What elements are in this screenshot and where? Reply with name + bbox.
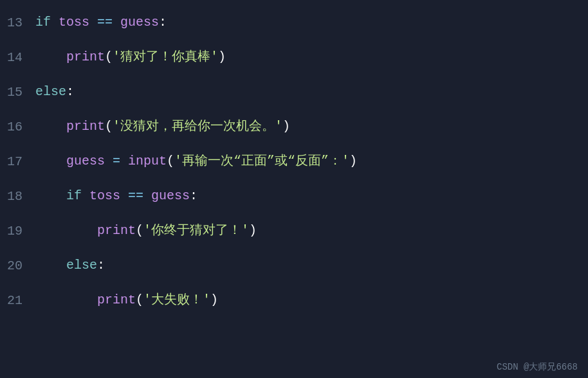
op-token: == (89, 15, 120, 30)
kw-token: if (35, 15, 59, 30)
code-line: 16 print('没猜对，再给你一次机会。') (0, 109, 588, 144)
line-content: print('没猜对，再给你一次机会。') (35, 118, 290, 136)
op-token: = (105, 154, 128, 168)
punc-token: ( (105, 50, 113, 64)
var-token: guess (151, 188, 190, 203)
code-block: 13if toss == guess:14 print('猜对了！你真棒')15… (0, 0, 588, 359)
fn-token: print (97, 292, 136, 307)
code-line: 19 print('你终于猜对了！') (0, 213, 588, 248)
code-line: 17 guess = input('再输一次“正面”或“反面”：') (0, 144, 588, 179)
str-token: '大失败！' (143, 292, 210, 307)
punc-token: ) (210, 292, 218, 307)
punc-token: : (159, 15, 167, 30)
line-number: 18 (6, 189, 35, 204)
line-number: 19 (6, 224, 35, 239)
kw-token: else (66, 258, 97, 273)
var-token: guess (120, 15, 159, 30)
punc-token: ( (136, 223, 143, 238)
line-content: print('大失败！') (35, 291, 218, 309)
line-number: 15 (6, 85, 35, 100)
line-content: if toss == guess: (35, 14, 167, 32)
var-token: guess (66, 154, 105, 168)
watermark: CSDN @大师兄6668 (0, 359, 588, 378)
punc-token: ( (105, 119, 113, 134)
line-number: 16 (6, 120, 35, 134)
var-token: toss (89, 188, 120, 203)
punc-token: ) (349, 154, 357, 168)
punc-token: ) (282, 119, 290, 134)
str-token: '再输一次“正面”或“反面”：' (174, 154, 349, 168)
code-line: 14 print('猜对了！你真棒') (0, 40, 588, 75)
line-content: else: (35, 83, 74, 101)
punc-token: ( (136, 292, 143, 307)
punc-token: ( (167, 154, 174, 168)
line-number: 21 (6, 293, 35, 308)
str-token: '猜对了！你真棒' (113, 50, 218, 64)
line-number: 13 (6, 15, 35, 30)
punc-token: ) (218, 50, 226, 64)
op-token: == (120, 188, 151, 203)
line-content: else: (35, 256, 105, 274)
var-token: toss (59, 15, 89, 30)
line-content: guess = input('再输一次“正面”或“反面”：') (35, 152, 357, 170)
str-token: '没猜对，再给你一次机会。' (113, 119, 282, 134)
punc-token: : (66, 84, 74, 99)
punc-token: ) (249, 223, 257, 238)
fn-token: print (66, 50, 105, 64)
punc-token: : (97, 258, 105, 273)
code-line: 15else: (0, 75, 588, 109)
line-content: print('你终于猜对了！') (35, 222, 257, 240)
code-line: 18 if toss == guess: (0, 179, 588, 213)
punc-token: : (190, 188, 198, 203)
code-line: 21 print('大失败！') (0, 283, 588, 318)
line-number: 14 (6, 50, 35, 65)
line-content: if toss == guess: (35, 187, 198, 205)
code-line: 20 else: (0, 248, 588, 283)
kw-token: else (35, 84, 66, 99)
str-token: '你终于猜对了！' (143, 223, 249, 238)
fn-token: input (128, 154, 167, 168)
line-number: 20 (6, 258, 35, 273)
line-number: 17 (6, 154, 35, 169)
fn-token: print (97, 223, 136, 238)
kw-token: if (66, 188, 89, 203)
code-line: 13if toss == guess: (0, 5, 588, 40)
line-content: print('猜对了！你真棒') (35, 48, 226, 66)
fn-token: print (66, 119, 105, 134)
